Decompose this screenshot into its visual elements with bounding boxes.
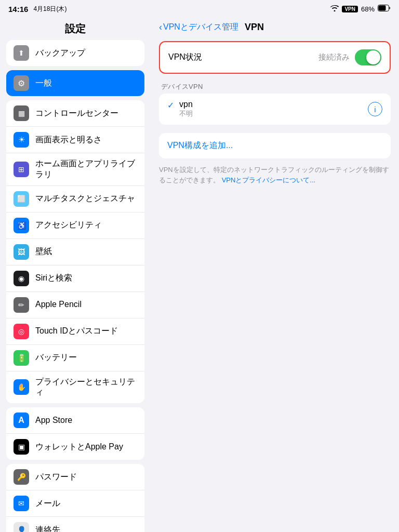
right-nav: ‹ VPNとデバイス管理 VPN: [151, 17, 399, 37]
display-label: 画面表示と明るさ: [35, 135, 102, 145]
sidebar-group-general: ⚙ 一般: [6, 70, 144, 96]
add-vpn-group: VPN構成を追加...: [159, 133, 391, 158]
vpn-connected-text: 接続済み: [318, 52, 350, 62]
vpn-entry-info: vpn 不明: [179, 100, 193, 118]
sidebar-item-control-center[interactable]: ▦ コントロールセンター: [6, 100, 144, 127]
status-right: VPN 68%: [330, 5, 391, 13]
sidebar-item-battery[interactable]: 🔋 バッテリー: [6, 345, 144, 371]
homescreen-icon: ⊞: [14, 162, 29, 177]
privacy-icon: ✋: [14, 379, 29, 395]
control-center-label: コントロールセンター: [35, 108, 118, 119]
vpn-status-right: 接続済み: [318, 49, 381, 65]
partial-label: バックアップ: [35, 48, 85, 59]
pencil-icon: ✏: [14, 297, 29, 313]
status-left: 14:16 4月18日(木): [8, 5, 66, 14]
sidebar-item-privacy[interactable]: ✋ プライバシーとセキュリティ: [6, 371, 144, 404]
control-center-icon: ▦: [14, 105, 29, 121]
sidebar-item-touchid[interactable]: ◎ Touch IDとパスコード: [6, 318, 144, 345]
siri-icon: ◉: [14, 271, 29, 286]
wallpaper-label: 壁紙: [35, 246, 52, 257]
sidebar-item-siri[interactable]: ◉ Siriと検索: [6, 265, 144, 292]
toggle-knob: [366, 50, 380, 64]
vpn-status-card: VPN状況 接続済み: [159, 41, 391, 74]
mail-icon: ✉: [14, 496, 29, 511]
chevron-left-icon: ‹: [159, 22, 162, 33]
pencil-label: Apple Pencil: [35, 299, 82, 310]
battery-icon-sidebar: 🔋: [14, 350, 29, 366]
privacy-label: プライバシーとセキュリティ: [35, 377, 137, 398]
password-icon: 🔑: [14, 469, 29, 485]
vpn-entry-group: ✓ vpn 不明 i: [159, 94, 391, 125]
sidebar-group-apps: A App Store ▣ ウォレットとApple Pay: [6, 407, 144, 460]
contacts-icon: 👤: [14, 522, 29, 532]
battery-icon: [378, 5, 391, 13]
mail-label: メール: [35, 498, 60, 509]
sidebar-item-accessibility[interactable]: ♿ アクセシビリティ: [6, 212, 144, 239]
device-vpn-section-label: デバイスVPN: [159, 82, 391, 91]
sidebar-item-appstore[interactable]: A App Store: [6, 407, 144, 434]
right-panel: ‹ VPNとデバイス管理 VPN VPN状況 接続済み デバイスVPN: [151, 17, 399, 532]
main-layout: 設定 ⬆ バックアップ ⚙ 一般 ▦: [0, 17, 399, 532]
svg-rect-1: [379, 6, 386, 11]
accessibility-icon: ♿: [14, 218, 29, 233]
touchid-label: Touch IDとパスコード: [35, 326, 118, 337]
vpn-entry-row[interactable]: ✓ vpn 不明 i: [159, 94, 391, 125]
partial-icon: ⬆: [14, 45, 29, 61]
contacts-label: 連絡先: [35, 525, 60, 532]
sidebar-group-main: ▦ コントロールセンター ☀ 画面表示と明るさ ⊞ ホーム画面とアプリライブラリ…: [6, 100, 144, 403]
vpn-status-row: VPN状況 接続済み: [160, 42, 390, 73]
display-icon: ☀: [14, 132, 29, 148]
status-time: 14:16: [8, 5, 28, 14]
sidebar-item-partial[interactable]: ⬆ バックアップ: [6, 40, 144, 66]
back-label: VPNとデバイス管理: [163, 22, 238, 33]
sidebar-item-password[interactable]: 🔑 パスワード: [6, 464, 144, 490]
sidebar-item-contacts[interactable]: 👤 連絡先: [6, 517, 144, 532]
appstore-icon: A: [14, 413, 29, 428]
vpn-entry-sub: 不明: [179, 109, 193, 118]
general-label: 一般: [35, 78, 52, 89]
wallpaper-icon: 🖼: [14, 244, 29, 260]
add-vpn-label[interactable]: VPN構成を追加...: [167, 140, 233, 151]
info-icon: i: [374, 105, 376, 114]
battery-label: バッテリー: [35, 352, 77, 363]
sidebar-title: 設定: [0, 17, 151, 40]
sidebar-group-bottom: 🔑 パスワード ✉ メール 👤 連絡先 📅 カレンダー: [6, 464, 144, 532]
sidebar-item-general[interactable]: ⚙ 一般: [6, 70, 144, 96]
add-vpn-row[interactable]: VPN構成を追加...: [159, 133, 391, 158]
vpn-entry-name: vpn: [179, 100, 193, 109]
sidebar: 設定 ⬆ バックアップ ⚙ 一般 ▦: [0, 17, 151, 532]
sidebar-item-wallet[interactable]: ▣ ウォレットとApple Pay: [6, 434, 144, 460]
wifi-icon: [330, 5, 339, 13]
sidebar-item-wallpaper[interactable]: 🖼 壁紙: [6, 239, 144, 265]
sidebar-item-multitask[interactable]: ⬜ マルチタスクとジェスチャ: [6, 186, 144, 212]
appstore-label: App Store: [35, 415, 72, 426]
sidebar-item-pencil[interactable]: ✏ Apple Pencil: [6, 292, 144, 318]
wallet-label: ウォレットとApple Pay: [35, 442, 123, 453]
sidebar-item-homescreen[interactable]: ⊞ ホーム画面とアプリライブラリ: [6, 153, 144, 186]
homescreen-label: ホーム画面とアプリライブラリ: [35, 158, 137, 180]
back-button[interactable]: ‹ VPNとデバイス管理: [159, 22, 238, 33]
vpn-toggle[interactable]: [355, 49, 381, 65]
status-date: 4月18日(木): [33, 5, 66, 14]
sidebar-item-display[interactable]: ☀ 画面表示と明るさ: [6, 127, 144, 153]
vpn-privacy-link[interactable]: VPNとプライバシーについて...: [222, 176, 316, 184]
vpn-info-button[interactable]: i: [368, 102, 382, 116]
multitask-label: マルチタスクとジェスチャ: [35, 193, 135, 204]
status-bar: 14:16 4月18日(木) VPN 68%: [0, 0, 399, 17]
vpn-entry-left: ✓ vpn 不明: [167, 100, 193, 118]
siri-label: Siriと検索: [35, 273, 72, 284]
battery-percentage: 68%: [361, 5, 375, 13]
sidebar-item-mail[interactable]: ✉ メール: [6, 490, 144, 517]
touchid-icon: ◎: [14, 324, 29, 339]
page-title: VPN: [245, 22, 264, 33]
accessibility-label: アクセシビリティ: [35, 220, 102, 231]
vpn-badge: VPN: [342, 6, 358, 12]
multitask-icon: ⬜: [14, 191, 29, 207]
password-label: パスワード: [35, 472, 77, 483]
vpn-checkmark-icon: ✓: [167, 100, 174, 110]
sidebar-group-partial: ⬆ バックアップ: [6, 40, 144, 66]
wallet-icon: ▣: [14, 439, 29, 455]
vpn-description: VPNを設定して、特定のネットワークトラフィックのルーティングを制御することがで…: [159, 165, 391, 185]
vpn-status-label: VPN状況: [168, 52, 202, 63]
general-icon: ⚙: [14, 75, 29, 91]
